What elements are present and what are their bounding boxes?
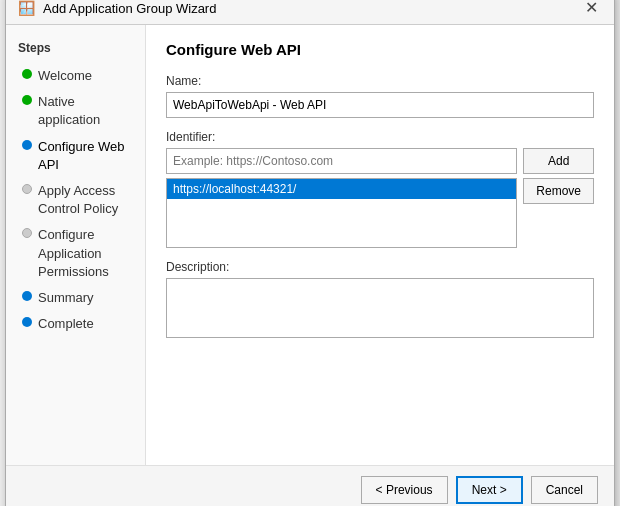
step-dot-welcome — [22, 69, 32, 79]
sidebar-label-welcome: Welcome — [38, 67, 92, 85]
sidebar-item-configure-permissions[interactable]: Configure Application Permissions — [6, 222, 145, 285]
dialog-content: Steps Welcome Native application Configu… — [6, 25, 614, 465]
identifier-actions: Add Remove — [523, 148, 594, 248]
description-group: Description: — [166, 260, 594, 341]
main-panel: Configure Web API Name: Identifier: http… — [146, 25, 614, 465]
description-input[interactable] — [166, 278, 594, 338]
sidebar-label-native: Native application — [38, 93, 133, 129]
step-dot-summary — [22, 291, 32, 301]
cancel-button[interactable]: Cancel — [531, 476, 598, 504]
sidebar-item-complete[interactable]: Complete — [6, 311, 145, 337]
step-dot-access — [22, 184, 32, 194]
steps-label: Steps — [6, 41, 145, 63]
step-dot-webapi — [22, 140, 32, 150]
page-title: Configure Web API — [166, 41, 594, 58]
identifier-list-wrapper: https://localhost:44321/ — [166, 148, 517, 248]
app-icon: 🪟 — [18, 0, 35, 16]
sidebar-label-access: Apply Access Control Policy — [38, 182, 133, 218]
sidebar: Steps Welcome Native application Configu… — [6, 25, 146, 465]
name-input[interactable] — [166, 92, 594, 118]
name-label: Name: — [166, 74, 594, 88]
sidebar-item-welcome[interactable]: Welcome — [6, 63, 145, 89]
dialog-title: Add Application Group Wizard — [43, 1, 216, 16]
title-bar-left: 🪟 Add Application Group Wizard — [18, 0, 216, 16]
sidebar-label-webapi: Configure Web API — [38, 138, 133, 174]
identifier-group: Identifier: https://localhost:44321/ Add… — [166, 130, 594, 248]
name-group: Name: — [166, 74, 594, 118]
identifier-label: Identifier: — [166, 130, 594, 144]
step-dot-native — [22, 95, 32, 105]
add-button[interactable]: Add — [523, 148, 594, 174]
identifier-list: https://localhost:44321/ — [166, 178, 517, 248]
list-item[interactable]: https://localhost:44321/ — [167, 179, 516, 199]
footer: < Previous Next > Cancel — [6, 465, 614, 506]
identifier-input[interactable] — [166, 148, 517, 174]
dialog: 🪟 Add Application Group Wizard ✕ Steps W… — [5, 0, 615, 506]
step-dot-permissions — [22, 228, 32, 238]
sidebar-label-summary: Summary — [38, 289, 94, 307]
identifier-input-row — [166, 148, 517, 174]
sidebar-item-summary[interactable]: Summary — [6, 285, 145, 311]
sidebar-item-configure-web-api[interactable]: Configure Web API — [6, 134, 145, 178]
sidebar-label-complete: Complete — [38, 315, 94, 333]
sidebar-label-permissions: Configure Application Permissions — [38, 226, 133, 281]
sidebar-item-native-application[interactable]: Native application — [6, 89, 145, 133]
sidebar-item-apply-access[interactable]: Apply Access Control Policy — [6, 178, 145, 222]
title-bar: 🪟 Add Application Group Wizard ✕ — [6, 0, 614, 25]
next-button[interactable]: Next > — [456, 476, 523, 504]
step-dot-complete — [22, 317, 32, 327]
description-label: Description: — [166, 260, 594, 274]
identifier-with-list: https://localhost:44321/ Add Remove — [166, 148, 594, 248]
remove-button[interactable]: Remove — [523, 178, 594, 204]
previous-button[interactable]: < Previous — [361, 476, 448, 504]
close-button[interactable]: ✕ — [581, 0, 602, 16]
